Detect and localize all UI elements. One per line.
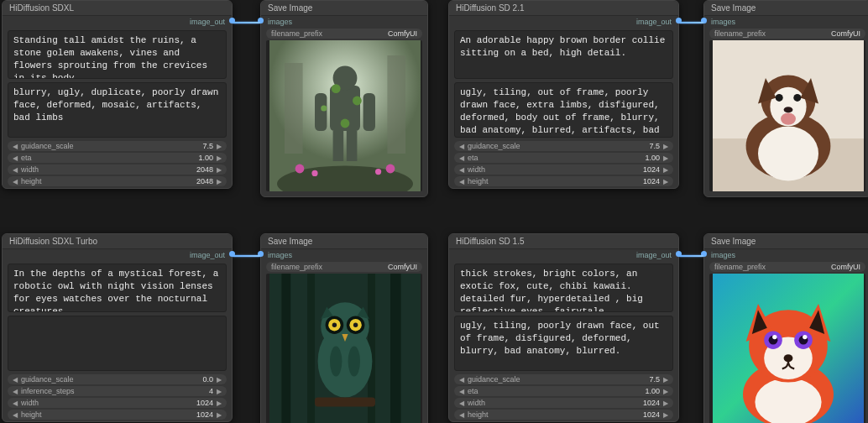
chevron-left-icon[interactable]: ◀ [11, 154, 19, 162]
param-value[interactable]: 2048 [196, 177, 215, 185]
negative-prompt-input[interactable]: blurry, ugly, duplicate, poorly drawn fa… [8, 82, 227, 138]
param-value[interactable]: 1.00 [198, 154, 215, 162]
param-value[interactable]: 1024 [643, 165, 661, 174]
param-inference-steps[interactable]: ◀inference_steps4▶ [8, 386, 227, 396]
hidiffusion-node[interactable]: HiDiffusion SDXLimage_outStanding tall a… [2, 0, 233, 189]
chevron-right-icon[interactable]: ▶ [661, 143, 670, 150]
output-port[interactable]: image_out [449, 16, 678, 27]
param-value[interactable]: ComfyUI [388, 29, 419, 38]
port-label: images [268, 251, 292, 259]
chevron-left-icon[interactable]: ◀ [11, 376, 19, 384]
chevron-right-icon[interactable]: ▶ [661, 376, 670, 384]
param-eta[interactable]: ◀eta1.00▶ [8, 153, 227, 163]
chevron-right-icon[interactable]: ▶ [215, 166, 223, 174]
positive-prompt-input[interactable]: In the depths of a mystical forest, a ro… [8, 264, 227, 312]
svg-rect-1 [285, 63, 303, 154]
param-value[interactable]: 1024 [643, 177, 661, 185]
param-eta[interactable]: ◀eta1.00▶ [454, 153, 673, 163]
param-height[interactable]: ◀height2048▶ [8, 176, 227, 186]
chevron-right-icon[interactable]: ▶ [215, 178, 223, 185]
output-port[interactable]: image_out [449, 249, 678, 260]
save-image-node[interactable]: Save Imageimagesfilename_prefixComfyUI [260, 233, 428, 423]
chevron-right-icon[interactable]: ▶ [215, 143, 223, 150]
chevron-right-icon[interactable]: ▶ [661, 388, 670, 395]
positive-prompt-input[interactable]: Standing tall amidst the ruins, a stone … [8, 30, 227, 79]
param-value[interactable]: ComfyUI [831, 263, 862, 271]
chevron-left-icon[interactable]: ◀ [11, 178, 19, 185]
chevron-left-icon[interactable]: ◀ [11, 166, 19, 174]
param-width[interactable]: ◀width1024▶ [8, 398, 227, 408]
param-height[interactable]: ◀height1024▶ [8, 410, 227, 420]
chevron-left-icon[interactable]: ◀ [11, 411, 19, 419]
chevron-right-icon[interactable]: ▶ [661, 400, 670, 407]
param-value[interactable]: 1024 [643, 410, 661, 419]
param-value[interactable]: 7.5 [649, 375, 661, 384]
param-height[interactable]: ◀height1024▶ [454, 410, 673, 420]
chevron-right-icon[interactable]: ▶ [661, 154, 670, 162]
chevron-right-icon[interactable]: ▶ [215, 388, 223, 395]
chevron-right-icon[interactable]: ▶ [215, 376, 223, 384]
param-value[interactable]: 7.5 [649, 142, 661, 150]
param-guidance-scale[interactable]: ◀guidance_scale7.5▶ [8, 141, 227, 151]
param-value[interactable]: 7.5 [202, 142, 215, 150]
param-value[interactable]: 1024 [196, 410, 215, 419]
chevron-left-icon[interactable]: ◀ [458, 143, 466, 150]
chevron-left-icon[interactable]: ◀ [11, 143, 19, 150]
filename-prefix-input[interactable]: filename_prefixComfyUI [709, 262, 865, 272]
param-width[interactable]: ◀width2048▶ [8, 164, 227, 175]
param-value[interactable]: 0.0 [202, 375, 215, 384]
chevron-left-icon[interactable]: ◀ [11, 388, 19, 395]
chevron-right-icon[interactable]: ▶ [215, 154, 223, 162]
param-value[interactable]: ComfyUI [831, 29, 862, 38]
svg-point-16 [311, 170, 317, 176]
chevron-left-icon[interactable]: ◀ [458, 388, 466, 395]
negative-prompt-input[interactable]: ugly, tiling, out of frame, poorly drawn… [454, 82, 673, 138]
output-port[interactable]: image_out [3, 249, 232, 260]
param-width[interactable]: ◀width1024▶ [454, 164, 673, 175]
param-value[interactable]: 2048 [196, 165, 215, 174]
hidiffusion-node[interactable]: HiDiffusion SDXL Turboimage_outIn the de… [2, 233, 233, 422]
positive-prompt-input[interactable]: An adorable happy brown border collie si… [454, 30, 673, 79]
chevron-left-icon[interactable]: ◀ [458, 154, 466, 162]
port-label: images [711, 18, 735, 26]
input-port[interactable]: images [704, 249, 868, 260]
param-guidance-scale[interactable]: ◀guidance_scale7.5▶ [454, 141, 673, 151]
chevron-right-icon[interactable]: ▶ [215, 400, 223, 407]
chevron-left-icon[interactable]: ◀ [458, 178, 466, 185]
filename-prefix-input[interactable]: filename_prefixComfyUI [266, 29, 422, 39]
positive-prompt-input[interactable]: thick strokes, bright colors, an exotic … [454, 264, 673, 312]
filename-prefix-input[interactable]: filename_prefixComfyUI [266, 262, 422, 272]
chevron-left-icon[interactable]: ◀ [458, 400, 466, 407]
chevron-left-icon[interactable]: ◀ [11, 400, 19, 407]
save-image-node[interactable]: Save Imageimagesfilename_prefixComfyUI [260, 0, 428, 197]
chevron-right-icon[interactable]: ▶ [661, 166, 670, 174]
param-value[interactable]: 1.00 [645, 154, 661, 162]
param-value[interactable]: 4 [209, 387, 215, 395]
param-guidance-scale[interactable]: ◀guidance_scale0.0▶ [8, 374, 227, 384]
save-image-node[interactable]: Save Imageimagesfilename_prefixComfyUI [703, 0, 868, 197]
chevron-right-icon[interactable]: ▶ [215, 411, 223, 419]
param-height[interactable]: ◀height1024▶ [454, 176, 673, 186]
output-port[interactable]: image_out [3, 16, 232, 27]
negative-prompt-input[interactable]: ugly, tiling, poorly drawn face, out of … [454, 316, 673, 371]
input-port[interactable]: images [261, 249, 427, 260]
param-value[interactable]: 1024 [643, 399, 661, 407]
param-value[interactable]: 1.00 [645, 387, 661, 395]
filename-prefix-input[interactable]: filename_prefixComfyUI [709, 29, 865, 39]
hidiffusion-node[interactable]: HiDiffusion SD 2.1image_outAn adorable h… [448, 0, 679, 189]
chevron-right-icon[interactable]: ▶ [661, 411, 670, 419]
save-image-node[interactable]: Save Imageimagesfilename_prefixComfyUI [703, 233, 868, 423]
input-port[interactable]: images [704, 16, 868, 27]
chevron-left-icon[interactable]: ◀ [458, 166, 466, 174]
param-value[interactable]: ComfyUI [388, 263, 419, 271]
param-value[interactable]: 1024 [196, 399, 215, 407]
chevron-left-icon[interactable]: ◀ [458, 376, 466, 384]
input-port[interactable]: images [261, 16, 427, 27]
chevron-right-icon[interactable]: ▶ [661, 178, 670, 185]
param-width[interactable]: ◀width1024▶ [454, 398, 673, 408]
param-guidance-scale[interactable]: ◀guidance_scale7.5▶ [454, 374, 673, 384]
chevron-left-icon[interactable]: ◀ [458, 411, 466, 419]
hidiffusion-node[interactable]: HiDiffusion SD 1.5image_outthick strokes… [448, 233, 679, 422]
param-eta[interactable]: ◀eta1.00▶ [454, 386, 673, 396]
negative-prompt-input[interactable] [8, 316, 227, 371]
